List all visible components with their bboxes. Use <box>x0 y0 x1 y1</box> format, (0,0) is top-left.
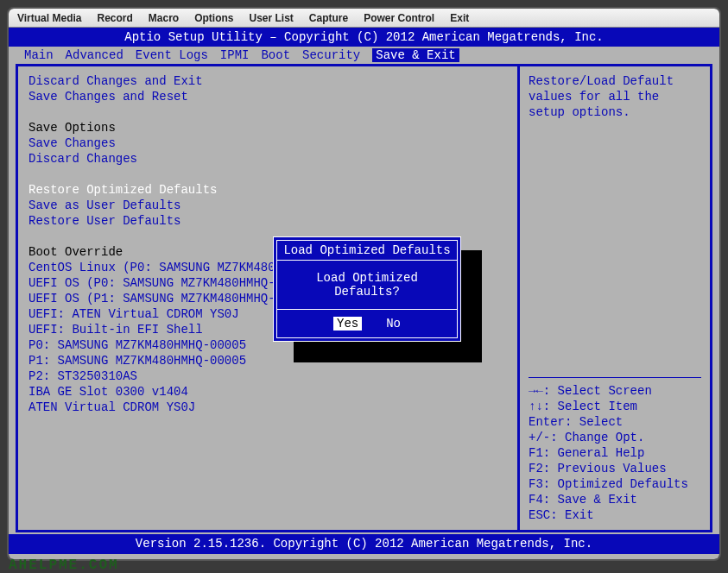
help-key-line: +/-: Change Opt. <box>529 430 701 445</box>
help-key-line: F2: Previous Values <box>529 461 701 476</box>
bios-footer: Version 2.15.1236. Copyright (C) 2012 Am… <box>9 534 719 554</box>
menu-item[interactable]: Discard Changes and Exit <box>28 73 507 89</box>
menu-item[interactable]: Restore User Defaults <box>28 213 507 229</box>
help-key-line: ESC: Exit <box>529 507 701 523</box>
menu-capture[interactable]: Capture <box>309 12 348 24</box>
tab-save-exit[interactable]: Save & Exit <box>372 48 459 62</box>
menu-item-selected[interactable]: Restore Optimized Defaults <box>28 182 507 198</box>
menu-item[interactable]: P2: ST3250310AS <box>28 368 507 384</box>
help-key-line: ↑↓: Select Item <box>529 399 701 414</box>
menu-item[interactable]: Save as User Defaults <box>28 198 507 213</box>
menu-item[interactable]: IBA GE Slot 0300 v1404 <box>28 384 507 400</box>
dialog-message: Load Optimized Defaults? <box>277 261 457 310</box>
menu-item[interactable]: ATEN Virtual CDROM YS0J <box>28 400 507 415</box>
tab-main[interactable]: Main <box>24 48 54 62</box>
help-keys: →←: Select Screen↑↓: Select ItemEnter: S… <box>529 383 701 523</box>
menu-virtual-media[interactable]: Virtual Media <box>17 12 81 24</box>
right-pane: Restore/Load Default values for all the … <box>520 66 710 530</box>
tab-boot[interactable]: Boot <box>261 48 290 62</box>
menu-item[interactable]: Save Changes and Reset <box>28 89 507 104</box>
blank-line <box>28 167 507 182</box>
dialog-title: Load Optimized Defaults <box>277 241 457 261</box>
menu-power-control[interactable]: Power Control <box>364 12 434 24</box>
help-key-line: →←: Select Screen <box>529 383 701 399</box>
tab-event-logs[interactable]: Event Logs <box>136 48 208 62</box>
section-header: Save Options <box>28 120 507 135</box>
help-divider <box>529 377 701 378</box>
menu-item[interactable]: Save Changes <box>28 135 507 151</box>
tab-advanced[interactable]: Advanced <box>66 48 123 62</box>
watermark: AHELPME.COM <box>9 557 119 573</box>
yes-button[interactable]: Yes <box>333 317 362 331</box>
menu-item[interactable]: Discard Changes <box>28 151 507 167</box>
menu-options[interactable]: Options <box>194 12 233 24</box>
help-key-line: Enter: Select <box>529 414 701 430</box>
no-button[interactable]: No <box>386 317 401 331</box>
tab-security[interactable]: Security <box>302 48 360 62</box>
confirm-dialog: Load Optimized Defaults Load Optimized D… <box>273 236 461 342</box>
help-key-line: F4: Save & Exit <box>529 492 701 507</box>
bios-title: Aptio Setup Utility – Copyright (C) 2012… <box>9 28 719 47</box>
menu-user-list[interactable]: User List <box>249 12 293 24</box>
menu-record[interactable]: Record <box>97 12 132 24</box>
tab-ipmi[interactable]: IPMI <box>220 48 250 62</box>
bios-tab-bar: Main Advanced Event Logs IPMI Boot Secur… <box>9 47 719 64</box>
help-key-line: F3: Optimized Defaults <box>529 476 701 492</box>
blank-line <box>28 104 507 120</box>
app-menubar: Virtual Media Record Macro Options User … <box>9 9 719 28</box>
menu-exit[interactable]: Exit <box>450 12 469 24</box>
help-key-line: F1: General Help <box>529 445 701 461</box>
menu-macro[interactable]: Macro <box>149 12 179 24</box>
help-text: Restore/Load Default values for all the … <box>529 73 701 120</box>
